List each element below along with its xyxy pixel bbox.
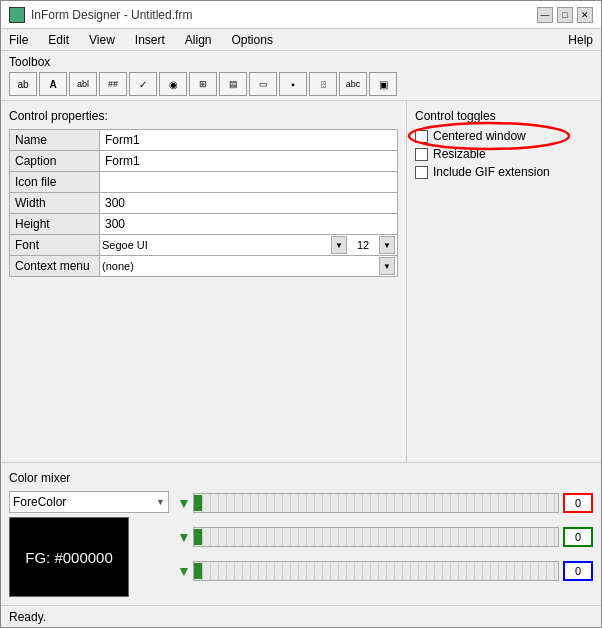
prop-context-value: (none) ▼ xyxy=(100,256,398,277)
tool-list[interactable]: ▤ xyxy=(219,72,247,96)
slider-blue-track[interactable] xyxy=(193,561,559,581)
prop-caption-value[interactable]: Form1 xyxy=(100,151,398,172)
slider-green-value[interactable]: 0 xyxy=(563,527,593,547)
control-properties-title: Control properties: xyxy=(9,109,398,123)
tool-radio[interactable]: ◉ xyxy=(159,72,187,96)
resizable-label: Resizable xyxy=(433,147,486,161)
slider-blue-value[interactable]: 0 xyxy=(563,561,593,581)
prop-font-value: Segoe UI ▼ 12 ▼ xyxy=(100,235,398,256)
centered-window-label: Centered window xyxy=(433,129,526,143)
app-icon xyxy=(9,7,25,23)
tool-btn[interactable]: ▣ xyxy=(369,72,397,96)
slider-green-track[interactable] xyxy=(193,527,559,547)
left-panel: Control properties: Name Form1 Caption F… xyxy=(1,101,406,462)
properties-table: Name Form1 Caption Form1 Icon file Width… xyxy=(9,129,398,277)
gif-label: Include GIF extension xyxy=(433,165,550,179)
tool-abl[interactable]: abl xyxy=(69,72,97,96)
slider-row-green: ▼ 0 xyxy=(177,527,593,547)
tool-shape[interactable]: ▭ xyxy=(249,72,277,96)
prop-context-label: Context menu xyxy=(10,256,100,277)
status-bar: Ready. xyxy=(1,605,601,627)
forecolor-dropdown-arrow[interactable]: ▼ xyxy=(156,497,165,507)
prop-name-label: Name xyxy=(10,130,100,151)
slider-green-icon: ▼ xyxy=(177,529,189,545)
slider-red-track[interactable] xyxy=(193,493,559,513)
font-name-field[interactable]: Segoe UI xyxy=(102,239,329,251)
table-row: Context menu (none) ▼ xyxy=(10,256,398,277)
context-menu-dropdown[interactable]: ▼ xyxy=(379,257,395,275)
font-name-dropdown[interactable]: ▼ xyxy=(331,236,347,254)
table-row: Caption Form1 xyxy=(10,151,398,172)
maximize-button[interactable]: □ xyxy=(557,7,573,23)
slider-green-thumb[interactable] xyxy=(194,529,202,545)
sliders-panel: ▼ 0 ▼ 0 ▼ xyxy=(177,491,593,581)
close-button[interactable]: ✕ xyxy=(577,7,593,23)
context-menu-field[interactable]: (none) xyxy=(102,260,377,272)
menu-insert[interactable]: Insert xyxy=(131,31,169,49)
title-bar: InForm Designer - Untitled.frm — □ ✕ xyxy=(1,1,601,29)
color-mixer-section: Color mixer ForeColor ▼ FG: #000000 ▼ xyxy=(1,462,601,605)
gif-checkbox[interactable] xyxy=(415,166,428,179)
prop-icon-label: Icon file xyxy=(10,172,100,193)
font-size-field[interactable]: 12 xyxy=(349,239,377,251)
toggle-resizable: Resizable xyxy=(415,147,593,161)
menu-file[interactable]: File xyxy=(5,31,32,49)
window-title: InForm Designer - Untitled.frm xyxy=(31,8,192,22)
slider-row-blue: ▼ 0 xyxy=(177,561,593,581)
color-mixer-title: Color mixer xyxy=(9,471,593,485)
menu-edit[interactable]: Edit xyxy=(44,31,73,49)
slider-blue-thumb[interactable] xyxy=(194,563,202,579)
prop-width-value[interactable]: 300 xyxy=(100,193,398,214)
toolbox-label: Toolbox xyxy=(9,55,593,69)
prop-name-value[interactable]: Form1 xyxy=(100,130,398,151)
font-size-dropdown[interactable]: ▼ xyxy=(379,236,395,254)
prop-icon-value[interactable] xyxy=(100,172,398,193)
slider-red-value[interactable]: 0 xyxy=(563,493,593,513)
color-left-panel: ForeColor ▼ FG: #000000 xyxy=(9,491,169,597)
tool-image[interactable]: ▪ xyxy=(279,72,307,96)
menu-bar: File Edit View Insert Align Options Help xyxy=(1,29,601,51)
status-text: Ready. xyxy=(9,610,46,624)
menu-options[interactable]: Options xyxy=(228,31,277,49)
tool-check[interactable]: ✓ xyxy=(129,72,157,96)
table-row: Name Form1 xyxy=(10,130,398,151)
prop-height-value[interactable]: 300 xyxy=(100,214,398,235)
slider-red-icon: ▼ xyxy=(177,495,189,511)
centered-window-checkbox[interactable] xyxy=(415,130,428,143)
spacer xyxy=(9,277,398,454)
tool-ab[interactable]: ab xyxy=(9,72,37,96)
menu-help[interactable]: Help xyxy=(564,31,597,49)
title-bar-controls: — □ ✕ xyxy=(537,7,593,23)
forecolor-select[interactable]: ForeColor xyxy=(13,495,156,509)
tool-frame[interactable]: ⊞ xyxy=(189,72,217,96)
color-preview-text: FG: #000000 xyxy=(25,549,113,566)
middle-area: Control properties: Name Form1 Caption F… xyxy=(1,101,601,462)
tool-text[interactable]: abc xyxy=(339,72,367,96)
tool-hash[interactable]: ## xyxy=(99,72,127,96)
table-row: Font Segoe UI ▼ 12 ▼ xyxy=(10,235,398,256)
minimize-button[interactable]: — xyxy=(537,7,553,23)
toolbox-section: Toolbox ab A abl ## ✓ ◉ ⊞ ▤ ▭ ▪ ⌹ abc ▣ xyxy=(1,51,601,101)
tool-A[interactable]: A xyxy=(39,72,67,96)
prop-font-label: Font xyxy=(10,235,100,256)
slider-red-thumb[interactable] xyxy=(194,495,202,511)
toolbox-bar: ab A abl ## ✓ ◉ ⊞ ▤ ▭ ▪ ⌹ abc ▣ xyxy=(9,72,593,96)
menu-align[interactable]: Align xyxy=(181,31,216,49)
toggle-gif: Include GIF extension xyxy=(415,165,593,179)
tool-grid2[interactable]: ⌹ xyxy=(309,72,337,96)
color-preview: FG: #000000 xyxy=(9,517,129,597)
resizable-checkbox[interactable] xyxy=(415,148,428,161)
table-row: Icon file xyxy=(10,172,398,193)
control-toggles-title: Control toggles xyxy=(415,109,593,123)
prop-height-label: Height xyxy=(10,214,100,235)
forecolor-dropdown-container: ForeColor ▼ xyxy=(9,491,169,513)
window-frame: InForm Designer - Untitled.frm — □ ✕ Fil… xyxy=(0,0,602,628)
prop-width-label: Width xyxy=(10,193,100,214)
toggle-centered-window: Centered window xyxy=(415,129,593,143)
table-row: Width 300 xyxy=(10,193,398,214)
menu-view[interactable]: View xyxy=(85,31,119,49)
slider-blue-icon: ▼ xyxy=(177,563,189,579)
prop-caption-label: Caption xyxy=(10,151,100,172)
title-bar-left: InForm Designer - Untitled.frm xyxy=(9,7,192,23)
toggles-section: Centered window Resizable Include GIF ex… xyxy=(415,129,593,179)
